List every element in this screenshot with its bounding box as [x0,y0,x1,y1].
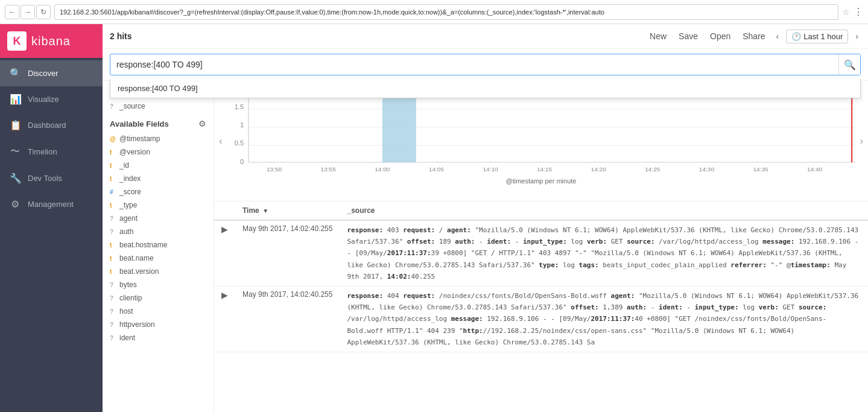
expand-row-button[interactable]: ▶ [221,224,228,234]
forward-button[interactable]: → [21,5,35,19]
field-item-bytes[interactable]: ? bytes [103,278,214,291]
sidebar-item-timelion[interactable]: 〜 Timelion [0,138,103,165]
svg-text:14:00: 14:00 [375,166,390,173]
field-name-beat-version: beat.version [119,267,159,276]
back-button[interactable]: ← [5,5,19,19]
save-button[interactable]: Save [675,29,702,43]
field-type-type: t [110,202,116,209]
autocomplete-dropdown: response:[400 TO 499] [110,79,861,98]
field-name-ident: ident [119,334,135,342]
time-range-selector[interactable]: 🕐 Last 1 hour [786,30,848,43]
browser-chrome: ← → ↻ ☆ ⋮ [0,0,868,24]
field-item-timestamp[interactable]: @ @timestamp [103,132,214,145]
table-header-row: Time ▼ _source [214,201,868,220]
source-cell: response: 404 request: /noindex/css/font… [340,286,868,352]
svg-text:14:15: 14:15 [537,166,552,173]
logo-icon: K [7,31,27,51]
sidebar-nav: 🔍 Discover 📊 Visualize 📋 Dashboard 〜 Tim… [0,58,103,217]
field-item-clientip[interactable]: ? clientip [103,291,214,305]
sidebar-item-devtools[interactable]: 🔧 Dev Tools [0,165,103,191]
field-item-id[interactable]: t _id [103,159,214,172]
field-name-agent: agent [119,214,138,223]
svg-text:14:40: 14:40 [807,166,822,173]
menu-button[interactable]: ⋮ [854,6,863,17]
management-icon: ⚙ [10,198,21,210]
chart-scroll-right-button[interactable]: › [858,133,866,149]
field-name-index: _index [119,174,141,183]
field-item-version[interactable]: t @version [103,145,214,159]
refresh-button[interactable]: ↻ [36,5,51,19]
svg-text:1: 1 [240,122,244,128]
field-item-beat-version[interactable]: t beat.version [103,265,214,278]
svg-text:14:20: 14:20 [591,166,606,173]
field-name-host: host [119,307,133,315]
logo-text: kibana [31,34,71,48]
time-col-header[interactable]: Time ▼ [235,201,340,220]
sidebar-item-label-dashboard: Dashboard [28,121,66,130]
discover-icon: 🔍 [10,68,21,79]
sidebar-item-visualize[interactable]: 📊 Visualize [0,86,103,112]
field-type-beat-name: t [110,255,116,262]
sidebar-item-dashboard[interactable]: 📋 Dashboard [0,112,103,138]
field-type-ident: ? [110,335,116,341]
selected-field-source: ? _source [103,100,214,113]
field-name-clientip: clientip [119,294,142,302]
field-type-agent: ? [110,215,116,222]
svg-text:14:25: 14:25 [645,166,660,173]
svg-text:0: 0 [240,159,244,165]
sidebar-item-label-management: Management [28,200,74,209]
sidebar-item-label-devtools: Dev Tools [28,174,62,183]
sidebar: K kibana 🔍 Discover 📊 Visualize 📋 Dashbo… [0,24,103,412]
available-fields-header: Available Fields [110,119,169,128]
field-item-httpversion[interactable]: ? httpversion [103,318,214,331]
content-area: 2 hits New Save Open Share ‹ 🕐 Last 1 ho… [103,24,868,412]
field-item-agent[interactable]: ? agent [103,212,214,225]
search-input[interactable] [110,54,838,75]
field-item-score[interactable]: # _score [103,185,214,198]
main-layout: K kibana 🔍 Discover 📊 Visualize 📋 Dashbo… [0,24,868,412]
chart-scroll-left-button[interactable]: ‹ [217,133,224,149]
results-table: Time ▼ _source ▶May 9th 2017, 14:02:40.2… [214,201,868,352]
main-body: Selected Fields ? _source Available Fiel… [103,81,868,412]
field-item-beat-name[interactable]: t beat.name [103,252,214,265]
field-item-ident[interactable]: ? ident [103,331,214,344]
expand-row-button[interactable]: ▶ [221,290,228,300]
field-item-auth[interactable]: ? auth [103,225,214,238]
right-panel: ‹ 0 0.5 1 1.5 2 [214,81,868,412]
clock-icon: 🕐 [791,32,801,41]
open-button[interactable]: Open [706,29,734,43]
field-item-type[interactable]: t _type [103,198,214,212]
fields-gear-button[interactable]: ⚙ [198,119,206,128]
sidebar-item-management[interactable]: ⚙ Management [0,191,103,217]
nav-arrows: ← → ↻ [5,5,51,19]
sort-icon: ▼ [262,208,268,214]
autocomplete-item[interactable]: response:[400 TO 499] [110,79,860,98]
histogram-chart: 0 0.5 1 1.5 2 13:50 13:55 14:00 [220,87,862,180]
field-item-index[interactable]: t _index [103,172,214,185]
field-name-timestamp: @timestamp [119,135,160,143]
sidebar-item-discover[interactable]: 🔍 Discover [0,60,103,86]
expand-col-header [214,201,235,220]
next-time-button[interactable]: › [853,30,861,42]
bookmark-button[interactable]: ☆ [842,7,850,17]
sidebar-item-label-timelion: Timelion [28,147,57,156]
field-type-score: # [110,189,116,195]
time-cell: May 9th 2017, 14:02:40.255 [235,220,340,286]
search-button[interactable]: 🔍 [838,54,860,75]
field-type-index: t [110,176,116,182]
field-name-httpversion: httpversion [119,320,155,329]
prev-time-button[interactable]: ‹ [774,30,782,42]
svg-text:14:35: 14:35 [753,166,768,173]
svg-rect-22 [382,90,416,162]
field-item-host[interactable]: ? host [103,305,214,318]
devtools-icon: 🔧 [10,173,21,184]
hits-count: 2 hits [110,31,132,41]
share-button[interactable]: Share [739,29,768,43]
search-bar-container: 🔍 response:[400 TO 499] [103,49,868,81]
chart-area: ‹ 0 0.5 1 1.5 2 [214,81,868,201]
url-bar[interactable] [54,4,838,20]
time-cell: May 9th 2017, 14:02:40.255 [235,286,340,352]
new-button[interactable]: New [646,29,670,43]
sidebar-item-label-discover: Discover [28,69,59,78]
field-item-beat-hostname[interactable]: t beat.hostname [103,238,214,252]
